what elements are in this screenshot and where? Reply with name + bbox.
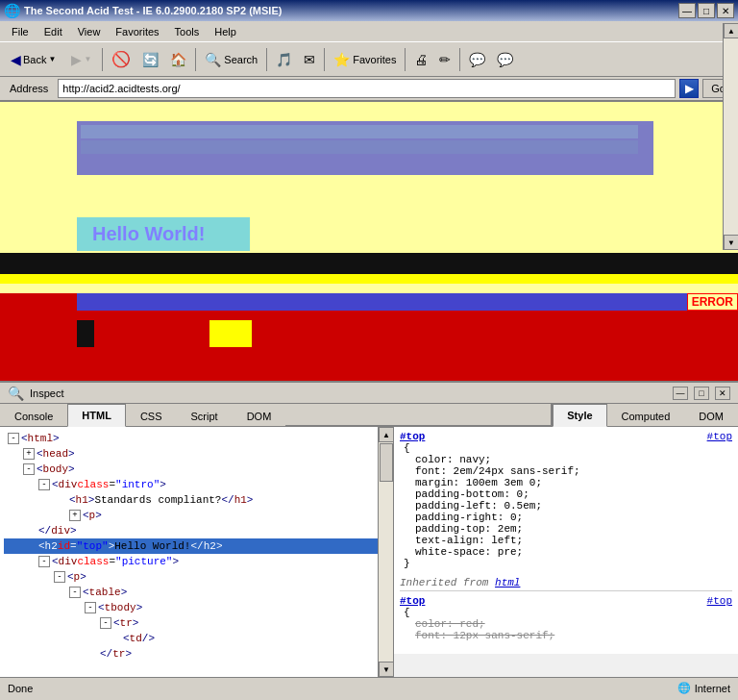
tree-h2-top[interactable]: <h2 id="top" > Hello World! </h2> [4,538,389,554]
discuss-button[interactable]: 💬 [464,46,490,73]
expand-tr[interactable]: - [100,617,111,629]
minimize-button[interactable]: — [678,3,696,18]
tree-div-picture[interactable]: - <div class="picture" > [4,554,389,569]
devtools-minimize[interactable]: — [673,387,688,400]
scroll-thumb[interactable] [380,443,393,482]
expand-html[interactable]: - [8,433,19,444]
tree-table[interactable]: - <table> [4,585,389,600]
edit-button[interactable]: ✏ [434,46,455,73]
expand-p[interactable]: + [69,510,81,521]
style-top-link[interactable]: #top [707,431,732,442]
menu-view[interactable]: View [70,24,109,39]
style-selector[interactable]: #top [400,431,425,442]
maximize-button[interactable]: □ [698,3,715,18]
mail-button[interactable]: ✉ [299,46,320,73]
prop-text-align: text-align: left; [415,535,523,546]
tab-style[interactable]: Style [553,404,606,427]
address-input[interactable] [58,79,676,98]
refresh-button[interactable]: 🔄 [137,46,163,73]
title-bar: 🌐 The Second Acid Test - IE 6.0.2900.218… [0,0,738,21]
media-button[interactable]: 🎵 [271,46,297,73]
toolbar-separator-6 [459,48,460,71]
scroll-up-btn[interactable]: ▲ [379,427,394,442]
toolbar: ◀ Back ▼ ▶ ▼ 🚫 🔄 🏠 🔍 Search 🎵 ✉ ⭐ Favori… [0,42,738,77]
acid-blue-stripe: ERROR [77,293,738,311]
tree-html[interactable]: - <html> [4,431,389,446]
tree-body[interactable]: - <body> [4,462,389,477]
acid-yellow-stripe [0,274,738,284]
expand-body[interactable]: - [23,463,35,475]
inherited-top-link[interactable]: #top [707,595,732,607]
devtools-panel: 🔍 Inspect — □ ✕ Console HTML CSS Script … [0,381,738,677]
toolbar-separator-2 [195,48,196,71]
tree-td[interactable]: <td/> [4,631,389,646]
devtools-icon: 🔍 [8,386,24,401]
tab-computed[interactable]: Computed [607,404,685,427]
tab-dom-right[interactable]: DOM [684,404,738,427]
style-selector-row: #top #top [400,431,732,442]
menu-help[interactable]: Help [207,24,244,39]
tree-tbody[interactable]: - <tbody> [4,600,389,615]
acid-banner [77,121,653,175]
scroll-down-btn[interactable]: ▼ [379,662,394,677]
star-icon: ⭐ [333,52,350,67]
forward-button[interactable]: ▶ ▼ [64,46,98,73]
devtools-maximize[interactable]: □ [694,387,709,400]
prop-color: color: navy; [415,454,491,465]
home-icon: 🏠 [170,52,186,67]
tree-head[interactable]: + <head> [4,446,389,462]
html-tree-inner[interactable]: - <html> + <head> - <body> [0,427,393,677]
expand-div-picture[interactable]: - [38,556,50,567]
tree-p[interactable]: + <p> [4,508,389,523]
browser-content: Hello World! ERROR [0,102,738,381]
tab-console[interactable]: Console [0,404,67,427]
tab-css[interactable]: CSS [126,404,177,427]
search-label: Search [224,54,258,65]
tab-script[interactable]: Script [177,404,233,427]
forward-arrow-icon: ▶ [71,52,82,67]
expand-head[interactable]: + [23,448,35,460]
title-bar-icon: 🌐 [4,3,20,18]
address-bar: Address ▶ Go [0,77,738,102]
home-button[interactable]: 🏠 [165,46,191,73]
tree-h1[interactable]: <h1> Standards compliant? </h1> [4,492,389,508]
tab-html[interactable]: HTML [67,404,126,427]
stop-button[interactable]: 🚫 [107,46,135,73]
html-scrollbar[interactable]: ▲ ▼ [378,427,393,677]
expand-table[interactable]: - [69,587,81,598]
back-button[interactable]: ◀ Back ▼ [4,46,62,73]
tree-div-intro[interactable]: - <div class="intro" > [4,477,389,492]
inherited-props-block: { color: red; font: 12px sans-serif; [400,607,732,641]
address-go-arrow[interactable]: ▶ [679,79,699,98]
expand-tbody[interactable]: - [85,602,96,613]
style-panel: #top #top { color: navy; font: 2em/24px … [394,427,738,677]
menu-file[interactable]: File [4,24,37,39]
print-icon: 🖨 [414,52,428,67]
favorites-button[interactable]: ⭐ Favorites [329,46,401,73]
tab-dom-left[interactable]: DOM [233,404,286,427]
style-close-brace: } [404,558,410,569]
tree-p2[interactable]: - <p> [4,569,389,585]
tree-end-div[interactable]: </div> [4,523,389,538]
inherited-from-link[interactable]: html [495,577,520,588]
tree-end-tr[interactable]: </tr> [4,646,389,662]
messenger-button[interactable]: 💬 [492,46,518,73]
forward-dropdown-icon[interactable]: ▼ [84,55,91,63]
devtools-close[interactable]: ✕ [715,387,730,400]
tree-tr[interactable]: - <tr> [4,615,389,631]
media-icon: 🎵 [276,52,292,67]
search-button[interactable]: 🔍 Search [200,46,262,73]
back-dropdown-icon[interactable]: ▼ [48,55,56,63]
menu-edit[interactable]: Edit [37,24,70,39]
expand-div-intro[interactable]: - [38,479,50,490]
right-tabs-container: Style Computed DOM [551,404,738,426]
prop-padding-right: padding-right: 0; [415,512,523,523]
expand-p2[interactable]: - [54,571,65,583]
messenger-icon: 💬 [497,52,513,67]
menu-favorites[interactable]: Favorites [108,24,166,39]
menu-tools[interactable]: Tools [167,24,208,39]
close-button[interactable]: ✕ [717,3,734,18]
print-button[interactable]: 🖨 [409,46,432,73]
inherited-selector[interactable]: #top [400,595,425,607]
style-content[interactable]: #top #top { color: navy; font: 2em/24px … [394,427,738,654]
